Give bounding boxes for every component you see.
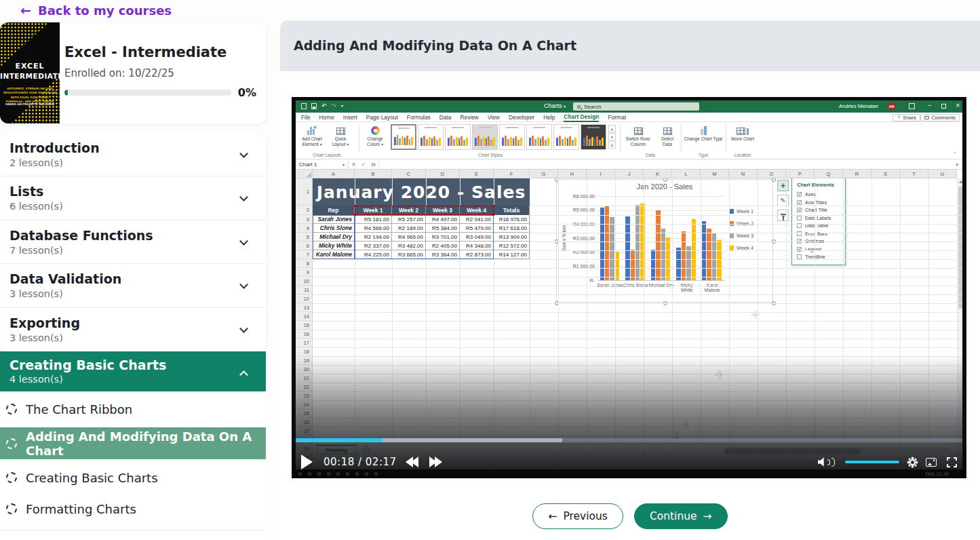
selection-handle bbox=[354, 205, 356, 207]
gridline bbox=[313, 418, 962, 419]
excel-search-box: Search bbox=[573, 102, 699, 111]
previous-button[interactable]: ← Previous bbox=[532, 503, 623, 529]
quick-access-toolbar: ↶ ↷ ▾ bbox=[301, 102, 343, 109]
volume-button[interactable] bbox=[818, 457, 835, 467]
lesson-label: Formatting Charts bbox=[26, 502, 136, 516]
continue-label: Continue bbox=[650, 510, 697, 522]
progress-row: 0% bbox=[64, 86, 256, 99]
play-button[interactable] bbox=[301, 455, 313, 469]
column-header-L: L bbox=[672, 170, 701, 178]
lesson-list: The Chart RibbonAdding And Modifying Dat… bbox=[0, 391, 266, 540]
gridline bbox=[313, 321, 962, 322]
chart-style-thumbnail-7 bbox=[553, 124, 579, 150]
row-header-5: 5 bbox=[296, 233, 313, 242]
table-cell-value: R5 257.00 bbox=[392, 215, 426, 224]
lesson-item-formatting-charts[interactable]: Formatting Charts bbox=[0, 497, 266, 521]
move-chart-button: Move Chart bbox=[728, 124, 757, 142]
workbook-title: Charts ▾ bbox=[544, 102, 566, 109]
column-header-U: U bbox=[928, 170, 957, 178]
group-label: Type bbox=[681, 153, 726, 157]
row-header-24: 24 bbox=[296, 400, 313, 409]
table-header-totals: Totals bbox=[494, 206, 530, 215]
lesson-item-creating-basic-charts[interactable]: Creating Basic Charts bbox=[0, 465, 266, 490]
volume-slider[interactable] bbox=[845, 461, 899, 463]
chart-bar-week-2-michael-dry bbox=[656, 210, 661, 280]
chart-bar-week-1-sarah-jones bbox=[600, 208, 605, 280]
chart-element-option-error-bars: Error Bars bbox=[797, 230, 845, 238]
settings-gear-icon[interactable] bbox=[909, 459, 916, 465]
chart-bar-week-3-michael-dry bbox=[661, 229, 666, 280]
row-header-3: 3 bbox=[296, 215, 313, 224]
back-to-courses-link[interactable]: ← Back to my courses bbox=[20, 3, 172, 18]
chart-style-thumbnail-8 bbox=[581, 124, 606, 150]
picture-in-picture-icon[interactable] bbox=[926, 458, 937, 467]
table-cell-value: R12 572.00 bbox=[494, 242, 530, 250]
table-cell-rep: Michael Dry bbox=[313, 233, 355, 242]
sidebar-section-pivot-tables[interactable]: Pivot Tables bbox=[0, 536, 266, 540]
gridline bbox=[313, 444, 962, 445]
continue-button[interactable]: Continue → bbox=[634, 503, 728, 529]
gallery-down-icon: ▼ bbox=[608, 133, 616, 140]
confirm-entry-icon: ✓ bbox=[359, 161, 369, 168]
flyout-title: Chart Elements bbox=[797, 182, 845, 188]
name-box: Chart 1▾ bbox=[296, 160, 349, 169]
row-header-23: 23 bbox=[296, 391, 313, 400]
table-cell-value: R3 482.00 bbox=[392, 242, 426, 250]
table-cell-value: R4 566.00 bbox=[355, 224, 392, 233]
chart-style-thumbnail-5 bbox=[499, 124, 525, 150]
sidebar-section-introduction[interactable]: Introduction2 lesson(s) bbox=[0, 133, 266, 176]
sidebar-section-data-validation[interactable]: Data Validation3 lesson(s) bbox=[0, 264, 266, 307]
previous-label: Previous bbox=[563, 510, 608, 522]
fast-forward-button[interactable] bbox=[429, 457, 440, 467]
chart-y-tick: R6 000.00 bbox=[558, 194, 595, 199]
sidebar-section-creating-basic-charts[interactable]: Creating Basic Charts 4 lesson(s) bbox=[0, 351, 266, 391]
chart-bar-week-1-micky-white bbox=[676, 248, 681, 280]
group-label: Chart Styles bbox=[361, 153, 619, 157]
table-cell-value: R2 194.00 bbox=[355, 233, 392, 242]
ribbon-tab-view: View bbox=[488, 114, 500, 121]
sidebar-section-exporting[interactable]: Exporting3 lesson(s) bbox=[0, 308, 266, 351]
video-seek-bar[interactable] bbox=[296, 438, 962, 442]
back-arrow-icon: ← bbox=[20, 3, 31, 18]
column-header-T: T bbox=[900, 170, 928, 178]
chart-element-label: Axis Titles bbox=[805, 199, 827, 206]
divider bbox=[0, 530, 266, 531]
video-player[interactable]: ↶ ↷ ▾ Charts ▾ Search Andries Nienaber A… bbox=[292, 97, 966, 478]
lesson-item-the-chart-ribbon[interactable]: The Chart Ribbon bbox=[0, 397, 266, 421]
ribbon-tab-review: Review bbox=[460, 114, 478, 121]
cover-subtitle: AUTOMATE, STREAMLINE AND REVOLUTIONIZE Y… bbox=[2, 87, 58, 104]
table-cell-value: R2 189.00 bbox=[392, 224, 426, 233]
ribbon-tab-format: Format bbox=[608, 114, 626, 121]
gridline bbox=[758, 178, 758, 475]
legend-item-week-1: Week 1 bbox=[729, 208, 753, 214]
change-chart-type-button: Change Chart Type bbox=[684, 124, 723, 142]
sidebar-section-lists[interactable]: Lists6 lesson(s) bbox=[0, 176, 266, 220]
chart-style-thumbnail-4 bbox=[472, 124, 498, 150]
table-cell-value: R5 479.00 bbox=[460, 224, 494, 233]
video-time: 00:18 / 02:17 bbox=[324, 456, 397, 468]
column-header-Q: Q bbox=[815, 170, 843, 178]
gridline bbox=[871, 178, 872, 475]
search-icon bbox=[577, 105, 581, 109]
lesson-item-adding-and-modifying-data-on-a-chart[interactable]: Adding And Modifying Data On A Chart bbox=[0, 427, 266, 459]
table-header-week-1: Week 1 bbox=[355, 206, 392, 215]
chart-bar-week-1-chris-slone bbox=[625, 216, 630, 280]
rewind-button[interactable] bbox=[408, 457, 418, 467]
formula-bar: Chart 1▾ ✕ ✓ fx ▾ bbox=[296, 160, 962, 170]
selection-handle bbox=[492, 205, 494, 207]
chart-y-tick: R3 000.00 bbox=[558, 236, 595, 241]
chart-element-option-chart-title: ✓Chart Title bbox=[797, 206, 845, 214]
speaker-icon bbox=[818, 457, 826, 467]
gridline bbox=[558, 178, 559, 475]
cover-title: EXCEL bbox=[0, 62, 60, 71]
brush-icon: ✎ bbox=[780, 197, 785, 204]
selection-handle bbox=[354, 214, 356, 216]
gridline bbox=[313, 259, 962, 260]
undo-icon: ↶ bbox=[321, 102, 327, 109]
table-cell-rep: Karol Malone bbox=[313, 250, 355, 259]
sidebar-section-database-functions[interactable]: Database Functions7 lesson(s) bbox=[0, 220, 266, 264]
switch-row-column-button: Switch Row/ Column bbox=[623, 124, 654, 147]
ribbon-tab-data: Data bbox=[439, 114, 452, 121]
fullscreen-icon[interactable] bbox=[947, 457, 957, 467]
ribbon-tab-chart-design: Chart Design bbox=[564, 113, 599, 122]
